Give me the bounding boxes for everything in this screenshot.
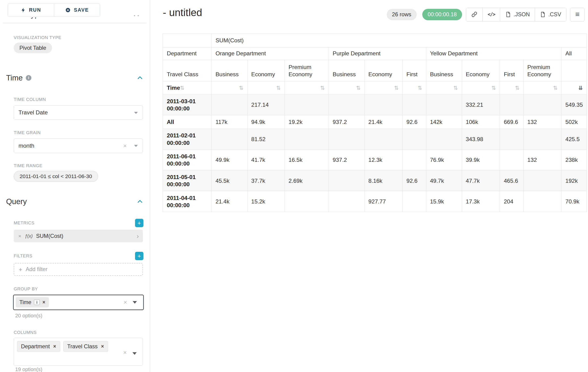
caret-down-icon[interactable] [133, 352, 137, 355]
value-cell: 465.6 [500, 170, 523, 191]
export-csv-button[interactable]: .CSV [535, 8, 566, 21]
time-grain-select[interactable]: month × [14, 138, 143, 153]
save-button-label: SAVE [74, 7, 89, 13]
sort-desc-icon[interactable]: ⇊ [578, 85, 583, 91]
sort-icon[interactable]: ⇅ [515, 85, 519, 91]
embed-code-button[interactable]: </> [483, 8, 500, 21]
pivot-subcolumn-header: Premium Economy [523, 60, 561, 81]
value-cell [426, 94, 462, 115]
pivot-column-group-header: Yellow Department [426, 47, 561, 60]
columns-select[interactable]: Department × Travel Class × × [14, 338, 143, 365]
caret-down-icon[interactable] [134, 145, 138, 147]
sort-column-header[interactable]: ⇅ [211, 82, 247, 95]
save-button[interactable]: SAVE [54, 4, 100, 17]
sort-column-header[interactable]: ⇅ [426, 82, 462, 95]
query-section-header[interactable]: Query [6, 197, 143, 206]
sort-icon[interactable]: ⇅ [492, 85, 496, 91]
value-cell [329, 94, 364, 115]
column-info-icon[interactable]: i [34, 299, 40, 305]
value-cell [285, 94, 329, 115]
chevron-right-icon[interactable]: › [137, 233, 139, 239]
sort-column-header[interactable]: ⇅ [329, 82, 364, 95]
time-section-header[interactable]: Time i [6, 74, 143, 82]
group-by-select[interactable]: Time i × × [13, 295, 144, 310]
value-cell: 937.2 [329, 115, 364, 129]
time-column-label: TIME COLUMN [14, 97, 46, 102]
value-cell: 16.5k [285, 149, 329, 170]
pivot-row-dimension-header[interactable]: Time⇅ [163, 82, 211, 95]
sort-column-header[interactable]: ⇅ [462, 82, 500, 95]
file-icon [505, 12, 511, 17]
pivot-subcolumn-header: Business [329, 60, 364, 81]
value-cell [329, 129, 364, 149]
value-cell: 92.6 [402, 170, 426, 191]
copy-link-button[interactable] [466, 8, 483, 21]
remove-tag-icon[interactable]: × [101, 344, 104, 350]
sort-icon[interactable]: ⇅ [356, 85, 360, 91]
link-icon [471, 11, 478, 18]
sort-icon[interactable]: ⇅ [418, 85, 422, 91]
row-header: 2011-03-01 00:00:00 [163, 94, 211, 115]
sort-column-header[interactable]: ⇅ [523, 82, 561, 95]
sort-icon[interactable]: ⇅ [276, 85, 281, 91]
value-cell: 21.4k [211, 191, 247, 212]
value-cell: 12.3k [364, 149, 402, 170]
time-range-value[interactable]: 2011-01-01 ≤ col < 2011-06-30 [14, 171, 98, 182]
sort-column-header[interactable]: ⇊ [561, 82, 587, 95]
add-filter-button[interactable]: + [135, 252, 143, 260]
pivot-subcolumn-header: Economy [364, 60, 402, 81]
sort-column-header[interactable]: ⇅ [285, 82, 329, 95]
sort-icon[interactable]: ⇅ [239, 85, 243, 91]
export-csv-label: .CSV [548, 11, 561, 18]
value-cell [285, 129, 329, 149]
value-cell: 49.7k [426, 170, 462, 191]
sort-icon[interactable]: ⇅ [453, 85, 458, 91]
export-json-button[interactable]: .JSON [500, 8, 535, 21]
remove-metric-icon[interactable]: × [18, 233, 21, 239]
columns-tag-label: Department [21, 343, 50, 350]
chart-header-controls: 26 rows 00:00:00.18 </> .JSON .CSV [387, 8, 585, 21]
value-cell: 332.21 [462, 94, 500, 115]
value-cell: 132 [523, 115, 561, 129]
control-panel-topbar: RUN SAVE [0, 0, 150, 17]
sort-column-header[interactable]: ⇅ [247, 82, 284, 95]
chevron-up-icon[interactable] [137, 75, 143, 81]
visualization-type-value[interactable]: Pivot Table [14, 43, 52, 53]
value-cell: 94.9k [247, 115, 284, 129]
columns-tag[interactable]: Travel Class × [63, 341, 108, 352]
menu-button[interactable]: ≡ [570, 8, 585, 21]
remove-tag-icon[interactable]: × [42, 299, 45, 305]
table-row: 2011-06-01 00:00:0049.9k41.7k16.5k937.21… [163, 149, 587, 170]
caret-down-icon[interactable] [134, 112, 138, 114]
metric-chip[interactable]: × ƒ(x) SUM(Cost) › [14, 230, 143, 242]
columns-tag[interactable]: Department × [17, 341, 60, 352]
add-metric-button[interactable]: + [135, 219, 143, 227]
value-cell [364, 94, 402, 115]
clear-icon[interactable]: × [123, 350, 127, 355]
sort-icon[interactable]: ⇅ [553, 85, 557, 91]
value-cell: 21.4k [364, 115, 402, 129]
group-by-tag[interactable]: Time i × [16, 297, 49, 307]
value-cell: 425.5 [561, 129, 587, 149]
clear-icon[interactable]: × [124, 299, 127, 305]
chevron-up-icon[interactable] [137, 199, 143, 205]
value-cell [211, 129, 247, 149]
time-column-select[interactable]: Travel Date [14, 105, 143, 120]
caret-down-icon[interactable] [133, 301, 137, 304]
sort-column-header[interactable]: ⇅ [402, 82, 426, 95]
function-icon: ƒ(x) [25, 234, 33, 239]
file-icon [540, 12, 546, 17]
time-grain-value: month [19, 142, 34, 149]
add-filter-dropzone[interactable]: + Add filter [14, 263, 143, 276]
sort-icon[interactable]: ⇅ [394, 85, 399, 91]
value-cell: 2.69k [285, 170, 329, 191]
sort-icon[interactable]: ⇅ [320, 85, 325, 91]
run-button[interactable]: RUN [8, 4, 54, 17]
sort-icon[interactable]: ⇅ [180, 85, 185, 91]
clear-icon[interactable]: × [123, 143, 127, 149]
sort-column-header[interactable]: ⇅ [500, 82, 523, 95]
value-cell: 132 [523, 149, 561, 170]
remove-tag-icon[interactable]: × [53, 344, 56, 350]
sort-column-header[interactable]: ⇅ [364, 82, 402, 95]
value-cell: 70.9k [561, 191, 587, 212]
